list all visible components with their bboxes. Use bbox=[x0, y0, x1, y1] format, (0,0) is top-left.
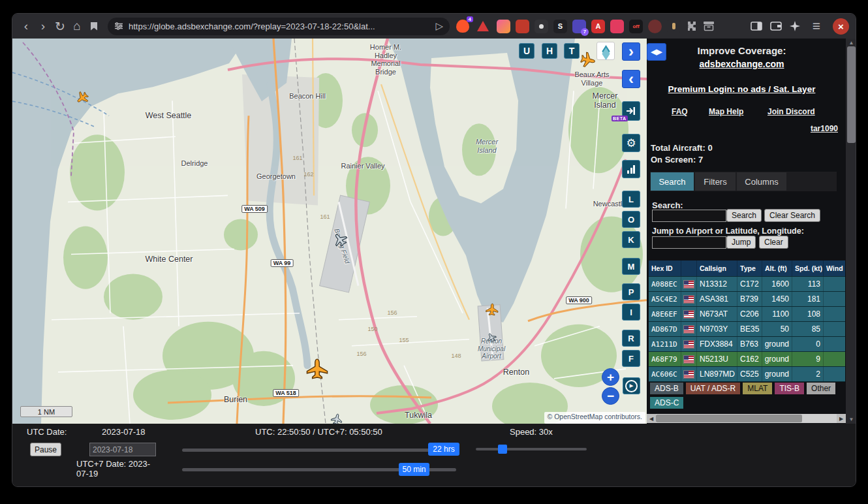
map-button-f[interactable]: F bbox=[622, 350, 640, 367]
archive-box-icon[interactable] bbox=[703, 21, 715, 31]
tar1090-link[interactable]: tar1090 bbox=[811, 124, 838, 133]
pause-button[interactable]: Pause bbox=[30, 443, 61, 456]
table-row-selected[interactable]: A68F79 N5213U C162 ground 9 bbox=[649, 352, 845, 367]
map-button-r[interactable]: R bbox=[622, 330, 640, 347]
zoom-out-button[interactable]: − bbox=[602, 387, 619, 405]
stats-button[interactable] bbox=[622, 160, 640, 178]
wallet-icon[interactable] bbox=[770, 22, 782, 31]
map-help-link[interactable]: Map Help bbox=[709, 107, 743, 116]
legend-other[interactable]: Other bbox=[807, 383, 835, 394]
tab-columns[interactable]: Columns bbox=[737, 172, 786, 191]
play-button[interactable]: ▶ bbox=[623, 377, 640, 394]
back-icon[interactable]: ‹ bbox=[18, 19, 35, 33]
sidebar-toggle-icon[interactable] bbox=[751, 22, 762, 31]
brave-rewards-icon[interactable]: 4 bbox=[456, 20, 469, 33]
url-bar[interactable]: https://globe.adsbexchange.com/?replay=2… bbox=[108, 18, 450, 35]
home-icon[interactable]: ⌂ bbox=[69, 19, 85, 33]
map-button-h[interactable]: H bbox=[542, 43, 557, 59]
extension-icon[interactable] bbox=[497, 20, 510, 33]
aircraft-icon[interactable] bbox=[579, 51, 597, 69]
jump-input[interactable] bbox=[652, 236, 726, 249]
legend-adsb[interactable]: ADS-B bbox=[650, 383, 683, 394]
forward-icon[interactable]: › bbox=[35, 19, 52, 33]
clear-button[interactable]: Clear bbox=[759, 236, 788, 249]
tab-search[interactable]: Search bbox=[651, 172, 694, 191]
extension-icon[interactable]: S bbox=[553, 20, 567, 33]
scrollbar-thumb[interactable] bbox=[656, 415, 802, 422]
scroll-up-icon[interactable]: ▲ bbox=[846, 40, 856, 46]
extension-icon[interactable] bbox=[610, 20, 624, 33]
extension-icon[interactable] bbox=[516, 20, 529, 33]
search-button[interactable]: Search bbox=[726, 209, 762, 222]
legend-tisb[interactable]: TIS-B bbox=[775, 383, 804, 394]
aircraft-icon[interactable] bbox=[306, 358, 328, 380]
horizontal-scrollbar[interactable]: ◀ ▶ bbox=[647, 414, 846, 423]
col-callsign[interactable]: Callsign bbox=[697, 260, 737, 276]
ai-sparkle-icon[interactable] bbox=[790, 21, 800, 31]
menu-icon[interactable]: ≡ bbox=[808, 18, 825, 34]
tab-filters[interactable]: Filters bbox=[695, 172, 736, 191]
table-header[interactable]: Hex ID Callsign Type Alt. (ft) Spd. (kt)… bbox=[649, 260, 845, 277]
tune-icon[interactable] bbox=[114, 22, 123, 31]
extensions-puzzle-icon[interactable] bbox=[686, 20, 698, 32]
close-icon[interactable]: × bbox=[833, 18, 849, 35]
scroll-left-icon[interactable]: ◀ bbox=[647, 414, 656, 423]
col-flag[interactable] bbox=[681, 260, 697, 276]
speed-slider-handle[interactable] bbox=[498, 445, 507, 454]
extension-icon[interactable]: A bbox=[591, 20, 605, 33]
table-row[interactable]: AD867D N9703Y BE35 50 85 bbox=[649, 322, 845, 337]
panel-close-button[interactable]: ‹ bbox=[622, 70, 640, 88]
sidebar-collapse-button[interactable]: ◀▶ bbox=[647, 43, 666, 61]
scrollbar-thumb[interactable] bbox=[847, 46, 856, 143]
layers-button[interactable] bbox=[597, 42, 615, 60]
send-icon[interactable]: ▷ bbox=[435, 20, 443, 32]
settings-button[interactable]: ⚙ bbox=[622, 134, 640, 152]
shield-extension-icon[interactable] bbox=[477, 21, 489, 31]
col-wind[interactable]: Wind bbox=[824, 260, 845, 276]
search-input[interactable] bbox=[652, 210, 726, 222]
jump-button[interactable]: Jump bbox=[726, 236, 756, 249]
clear-search-button[interactable]: Clear Search bbox=[764, 209, 820, 222]
table-row[interactable]: A1211D FDX3884 B763 ground 0 bbox=[649, 337, 845, 352]
map-attribution[interactable]: © OpenStreetMap contributors. bbox=[544, 412, 645, 424]
legend-mlat[interactable]: MLAT bbox=[743, 383, 772, 394]
url-text[interactable]: https://globe.adsbexchange.com/?replay=2… bbox=[129, 22, 431, 31]
replay-date-input[interactable] bbox=[89, 443, 156, 456]
scroll-down-icon[interactable]: ▼ bbox=[846, 417, 856, 422]
faq-link[interactable]: FAQ bbox=[672, 107, 688, 116]
extension-icon[interactable]: 7 bbox=[572, 20, 586, 33]
map-button-p[interactable]: P bbox=[622, 283, 640, 300]
vertical-scrollbar[interactable]: ▲ ▼ bbox=[846, 39, 856, 424]
map-button-u[interactable]: U bbox=[519, 43, 535, 59]
hour-slider-handle[interactable]: 22 hrs bbox=[428, 443, 459, 456]
table-row[interactable]: AC606C LN897MD C525 ground 2 bbox=[649, 367, 845, 382]
extension-icon[interactable] bbox=[667, 20, 681, 33]
legend-uat[interactable]: UAT / ADS-R bbox=[686, 383, 741, 394]
join-discord-link[interactable]: Join Discord bbox=[767, 107, 815, 116]
map-button-i[interactable]: I bbox=[622, 304, 640, 321]
minute-slider-handle[interactable]: 50 min bbox=[399, 463, 429, 476]
zoom-in-button[interactable]: + bbox=[602, 368, 619, 386]
col-alt[interactable]: Alt. (ft) bbox=[762, 260, 792, 276]
map-button-l[interactable]: L bbox=[622, 191, 640, 208]
adsbexchange-link[interactable]: adsbexchange.com bbox=[647, 59, 837, 69]
aircraft-icon[interactable] bbox=[485, 302, 499, 316]
scroll-right-icon[interactable]: ▶ bbox=[837, 414, 846, 423]
map-button-t[interactable]: T bbox=[564, 43, 580, 59]
extension-icon[interactable]: off bbox=[629, 20, 643, 33]
panel-open-button[interactable]: › bbox=[622, 42, 640, 61]
map[interactable]: Homer M. Hadley Memorial Bridge Beaux Ar… bbox=[12, 39, 647, 424]
speed-slider-track[interactable] bbox=[476, 448, 587, 450]
map-button-m[interactable]: M bbox=[622, 258, 640, 275]
col-spd[interactable]: Spd. (kt) bbox=[792, 260, 824, 276]
col-type[interactable]: Type bbox=[737, 260, 762, 276]
col-hex[interactable]: Hex ID bbox=[649, 260, 681, 276]
table-row[interactable]: A5C4E2 ASA381 B739 1450 181 bbox=[649, 292, 845, 307]
hour-slider-track[interactable] bbox=[182, 449, 456, 452]
map-button-o[interactable]: O bbox=[622, 211, 640, 228]
map-button-k[interactable]: K bbox=[622, 231, 640, 248]
table-row[interactable]: A8E6EF N673AT C206 1100 108 bbox=[649, 307, 845, 322]
extension-icon[interactable] bbox=[648, 20, 662, 33]
table-row[interactable]: A088EC N13312 C172 1600 113 bbox=[649, 277, 845, 292]
aircraft-icon[interactable] bbox=[330, 412, 343, 424]
